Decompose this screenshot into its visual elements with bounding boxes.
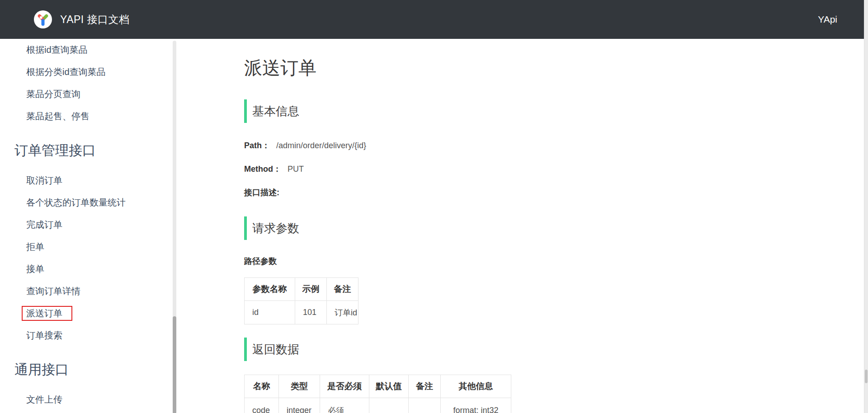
sidebar-item[interactable]: 各个状态的订单数量统计 xyxy=(0,192,172,214)
sidebar-item[interactable]: 订单搜索 xyxy=(0,324,172,347)
table-header-cell: 默认值 xyxy=(369,375,409,398)
sidebar-item-label: 完成订单 xyxy=(26,219,62,231)
description-row: 接口描述: xyxy=(244,188,533,197)
sidebar-item-label: 接单 xyxy=(26,263,44,275)
section-heading-request-params: 请求参数 xyxy=(244,216,533,240)
table-cell xyxy=(369,398,409,413)
page-scrollbar-track[interactable] xyxy=(864,0,868,413)
table-header-cell: 类型 xyxy=(279,375,320,398)
sidebar-item[interactable]: 取消订单 xyxy=(0,169,172,192)
table-cell xyxy=(409,398,441,413)
table-header-cell: 参数名称 xyxy=(245,278,295,301)
method-row: Method：PUT xyxy=(244,164,533,174)
table-cell: integer xyxy=(279,398,320,413)
sidebar-item-label: 根据分类id查询菜品 xyxy=(26,66,106,78)
table-cell: 订单id xyxy=(327,301,359,324)
table-cell: id xyxy=(245,301,295,324)
sidebar-item-label: 菜品起售、停售 xyxy=(26,110,90,122)
path-value: /admin/order/delivery/{id} xyxy=(276,141,366,150)
sidebar-item-label: 取消订单 xyxy=(26,174,62,187)
table-header-cell: 其他信息 xyxy=(441,375,511,398)
table-cell: format: int32 xyxy=(441,398,511,413)
app-header: YAPI 接口文档 YApi xyxy=(0,0,864,39)
table-header-cell: 备注 xyxy=(409,375,441,398)
table-row: id101订单id xyxy=(245,301,359,324)
table-header-cell: 名称 xyxy=(245,375,279,398)
path-label: Path： xyxy=(244,141,270,150)
section-heading-response-data: 返回数据 xyxy=(244,338,533,361)
sidebar-item[interactable]: 菜品起售、停售 xyxy=(0,105,172,127)
sidebar-item-label: 通用接口 xyxy=(14,361,69,379)
sidebar-item[interactable]: 根据分类id查询菜品 xyxy=(0,61,172,83)
page-scrollbar-thumb[interactable] xyxy=(865,370,868,383)
sidebar-section-heading[interactable]: 订单管理接口 xyxy=(0,137,172,164)
sidebar-item[interactable]: 接单 xyxy=(0,258,172,280)
sidebar-item-label: 订单管理接口 xyxy=(14,141,96,160)
app-title: YAPI 接口文档 xyxy=(60,0,130,39)
section-heading-label: 请求参数 xyxy=(252,221,299,236)
table-cell: code xyxy=(245,398,279,413)
header-right-link[interactable]: YApi xyxy=(818,0,837,39)
path-params-table: 参数名称示例备注id101订单id xyxy=(244,277,359,324)
section-heading-label: 返回数据 xyxy=(252,342,299,357)
sidebar-item[interactable]: 拒单 xyxy=(0,236,172,258)
sidebar-item-label: 菜品分页查询 xyxy=(26,88,80,100)
yapi-logo-icon xyxy=(34,10,52,28)
table-header-row: 参数名称示例备注 xyxy=(245,278,359,301)
yapi-doc-page: YAPI 接口文档 YApi 根据id查询菜品根据分类id查询菜品菜品分页查询菜… xyxy=(0,0,868,413)
response-data-table: 名称类型是否必须默认值备注其他信息codeinteger必须format: in… xyxy=(244,375,511,413)
table-header-row: 名称类型是否必须默认值备注其他信息 xyxy=(245,375,511,398)
sidebar-item-label: 各个状态的订单数量统计 xyxy=(26,197,126,209)
sidebar-item[interactable]: 完成订单 xyxy=(0,214,172,236)
table-cell: 101 xyxy=(295,301,327,324)
table-header-cell: 备注 xyxy=(327,278,359,301)
sidebar-item[interactable]: 菜品分页查询 xyxy=(0,83,172,105)
sidebar-item[interactable]: 派送订单 xyxy=(0,302,172,324)
sidebar-item-label: 派送订单 xyxy=(22,306,72,321)
sidebar-item[interactable]: 查询订单详情 xyxy=(0,280,172,302)
sidebar-item-label: 根据id查询菜品 xyxy=(26,44,88,56)
method-value: PUT xyxy=(288,164,304,174)
table-header-cell: 示例 xyxy=(295,278,327,301)
table-header-cell: 是否必须 xyxy=(320,375,369,398)
sidebar-section-heading[interactable]: 通用接口 xyxy=(0,356,172,383)
table-row: codeinteger必须format: int32 xyxy=(245,398,511,413)
sidebar-item-label: 拒单 xyxy=(26,241,44,253)
sidebar-item-label: 文件上传 xyxy=(26,394,62,406)
sidebar-item-label: 查询订单详情 xyxy=(26,285,80,297)
sidebar-item[interactable]: 根据id查询菜品 xyxy=(0,39,172,61)
page-title: 派送订单 xyxy=(244,58,533,78)
table-cell: 必须 xyxy=(320,398,369,413)
sidebar-item[interactable]: 文件上传 xyxy=(0,389,172,411)
sidebar-item-label: 订单搜索 xyxy=(26,329,62,342)
path-params-subheading: 路径参数 xyxy=(244,257,533,266)
doc-content: 派送订单 基本信息 Path：/admin/order/delivery/{id… xyxy=(244,39,533,413)
section-heading-label: 基本信息 xyxy=(252,103,299,119)
section-heading-basic-info: 基本信息 xyxy=(244,99,533,123)
sidebar-nav: 根据id查询菜品根据分类id查询菜品菜品分页查询菜品起售、停售订单管理接口取消订… xyxy=(0,39,172,413)
description-label: 接口描述: xyxy=(244,188,279,197)
path-row: Path：/admin/order/delivery/{id} xyxy=(244,141,533,150)
method-label: Method： xyxy=(244,164,281,174)
sidebar-scrollbar-thumb[interactable] xyxy=(173,316,176,413)
